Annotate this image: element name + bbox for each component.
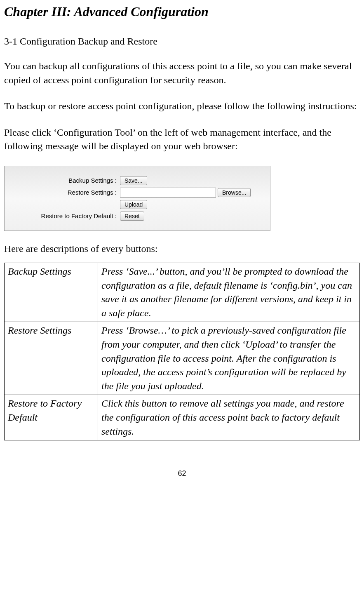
factory-default-row: Restore to Factory Default : Reset [9,212,265,221]
restore-file-input[interactable] [120,188,216,198]
table-description: Press ‘Save...’ button, and you’ll be pr… [98,263,360,322]
restore-settings-row-file: Restore Settings : Browse... [9,188,265,198]
backup-settings-label: Backup Settings : [9,177,120,184]
reset-button[interactable]: Reset [120,212,144,221]
factory-default-label: Restore to Factory Default : [9,212,120,219]
restore-settings-label: Restore Settings : [9,189,120,196]
descriptions-table: Backup Settings Press ‘Save...’ button, … [4,263,360,440]
save-button[interactable]: Save... [120,176,147,185]
config-tool-panel: Backup Settings : Save... Restore Settin… [4,166,270,231]
table-description: Click this button to remove all settings… [98,395,360,440]
table-row: Restore Settings Press ‘Browse…’ to pick… [5,322,360,395]
restore-settings-row-upload: Upload [9,200,265,209]
upload-button[interactable]: Upload [120,200,147,209]
paragraph-intro-3: Please click ‘Configuration Tool’ on the… [4,126,360,153]
section-title: 3-1 Configuration Backup and Restore [4,36,360,47]
table-term: Restore to Factory Default [5,395,98,440]
backup-settings-row: Backup Settings : Save... [9,176,265,185]
table-description: Press ‘Browse…’ to pick a previously-sav… [98,322,360,395]
paragraph-intro-2: To backup or restore access point config… [4,99,360,113]
table-row: Backup Settings Press ‘Save...’ button, … [5,263,360,322]
table-row: Restore to Factory Default Click this bu… [5,395,360,440]
table-term: Backup Settings [5,263,98,322]
browse-button[interactable]: Browse... [218,188,251,197]
chapter-title: Chapter III: Advanced Configuration [4,4,360,19]
descriptions-intro: Here are descriptions of every buttons: [4,243,360,254]
page-number: 62 [4,469,360,478]
table-term: Restore Settings [5,322,98,395]
paragraph-intro-1: You can backup all configurations of thi… [4,59,360,87]
